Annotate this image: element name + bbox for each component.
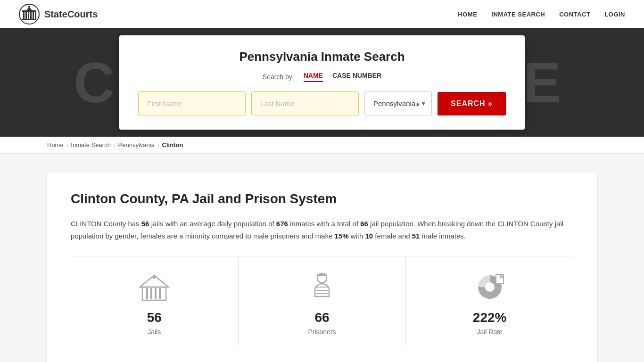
search-card: Pennsylvania Inmate Search Search by: NA…: [119, 35, 525, 130]
svg-rect-11: [146, 288, 148, 299]
desc-female: 10: [365, 232, 373, 240]
tab-name[interactable]: NAME: [304, 72, 323, 82]
header: StateCourts HOME INMATE SEARCH CONTACT L…: [0, 0, 644, 28]
stat-jail-rate: 222% Jail Rate: [406, 256, 573, 345]
breadcrumb-pennsylvania[interactable]: Pennsylvania: [118, 141, 155, 148]
svg-rect-7: [22, 19, 36, 20]
main-content: Clinton County, PA Jail and Prison Syste…: [0, 154, 644, 362]
desc-mid4: with: [349, 232, 365, 240]
desc-intro: CLINTON County has: [71, 220, 141, 228]
content-card: Clinton County, PA Jail and Prison Syste…: [47, 173, 597, 362]
svg-rect-12: [150, 288, 152, 299]
first-name-input[interactable]: [138, 91, 246, 115]
desc-pct: 15%: [334, 232, 348, 240]
search-card-title: Pennsylvania Inmate Search: [138, 49, 506, 64]
svg-rect-4: [30, 12, 32, 19]
jails-label: Jails: [148, 328, 161, 336]
search-by-label: Search by:: [263, 73, 294, 81]
svg-rect-13: [155, 288, 157, 299]
nav-contact[interactable]: CONTACT: [559, 11, 590, 18]
nav-login[interactable]: LOGIN: [604, 11, 625, 18]
desc-male: 51: [412, 232, 420, 240]
nav-inmate-search[interactable]: INMATE SEARCH: [491, 11, 545, 18]
search-by-row: Search by: NAME CASE NUMBER: [138, 72, 506, 82]
prisoners-number: 66: [314, 310, 329, 325]
breadcrumb-inmate-search[interactable]: Inmate Search: [71, 141, 111, 148]
desc-pop: 676: [276, 220, 288, 228]
desc-jails: 56: [141, 220, 149, 228]
breadcrumb-home[interactable]: Home: [47, 141, 64, 148]
svg-rect-2: [25, 12, 27, 19]
tab-case-number[interactable]: CASE NUMBER: [332, 72, 381, 82]
search-inputs-row: Pennsylvania Alabama Alaska Arizona Arka…: [138, 91, 506, 115]
desc-mid1: jails with an average daily population o…: [149, 220, 276, 228]
jail-rate-number: 222%: [473, 310, 507, 325]
breadcrumb: Home › Inmate Search › Pennsylvania › Cl…: [0, 137, 644, 154]
stat-jails: 56 Jails: [71, 256, 239, 345]
nav-home[interactable]: HOME: [458, 11, 477, 18]
jail-rate-label: Jail Rate: [477, 328, 502, 336]
svg-rect-10: [142, 287, 166, 300]
svg-point-24: [485, 282, 495, 292]
breadcrumb-current: Clinton: [162, 141, 183, 148]
last-name-input[interactable]: [251, 91, 359, 115]
desc-total: 66: [360, 220, 368, 228]
svg-rect-25: [496, 274, 504, 284]
prisoners-label: Prisoners: [308, 328, 336, 336]
logo-text: StateCourts: [44, 9, 98, 20]
jail-rate-icon: [473, 271, 506, 304]
hero-section: COURTHOUSE Pennsylvania Inmate Search Se…: [0, 28, 644, 137]
svg-rect-6: [35, 12, 36, 19]
jails-number: 56: [147, 310, 162, 325]
stat-prisoners: 66 Prisoners: [239, 256, 406, 345]
desc-end: male inmates.: [420, 232, 466, 240]
svg-rect-14: [159, 288, 161, 299]
main-nav: HOME INMATE SEARCH CONTACT LOGIN: [458, 11, 625, 18]
state-select[interactable]: Pennsylvania Alabama Alaska Arizona Arka…: [364, 91, 432, 115]
svg-point-9: [28, 6, 30, 8]
logo[interactable]: StateCourts: [19, 4, 98, 25]
desc-mid2: inmates with a total of: [288, 220, 360, 228]
logo-icon: [19, 4, 40, 25]
stats-row: 56 Jails: [71, 256, 573, 345]
svg-rect-1: [23, 12, 25, 19]
prisoners-icon: [305, 271, 339, 304]
state-select-wrap: Pennsylvania Alabama Alaska Arizona Arka…: [364, 91, 432, 115]
svg-rect-8: [22, 10, 36, 12]
svg-rect-5: [33, 12, 34, 19]
breadcrumb-sep-2: ›: [114, 142, 116, 148]
breadcrumb-sep-3: ›: [157, 142, 159, 148]
content-description: CLINTON County has 56 jails with an aver…: [71, 218, 573, 242]
jails-icon: [138, 271, 171, 304]
search-button[interactable]: SEARCH »: [438, 92, 506, 115]
breadcrumb-sep-1: ›: [66, 142, 68, 148]
page-title: Clinton County, PA Jail and Prison Syste…: [71, 191, 573, 206]
svg-rect-3: [28, 12, 29, 19]
desc-mid5: female and: [373, 232, 412, 240]
